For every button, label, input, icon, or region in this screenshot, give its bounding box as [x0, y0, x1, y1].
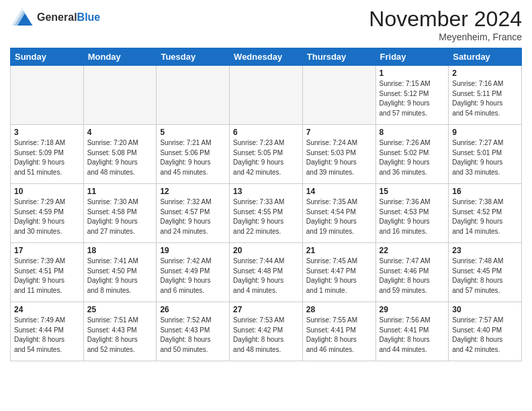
day-number: 20 [233, 246, 299, 255]
day-number: 16 [452, 187, 518, 196]
day-info: Sunrise: 7:20 AM Sunset: 5:08 PM Dayligh… [87, 138, 153, 177]
day-info: Sunrise: 7:38 AM Sunset: 4:52 PM Dayligh… [452, 197, 518, 236]
calendar-cell: 29Sunrise: 7:56 AM Sunset: 4:41 PM Dayli… [375, 302, 449, 361]
day-number: 23 [452, 246, 518, 255]
day-info: Sunrise: 7:56 AM Sunset: 4:41 PM Dayligh… [380, 316, 445, 355]
calendar-cell: 27Sunrise: 7:53 AM Sunset: 4:42 PM Dayli… [230, 302, 303, 361]
day-info: Sunrise: 7:32 AM Sunset: 4:57 PM Dayligh… [160, 197, 226, 236]
day-info: Sunrise: 7:21 AM Sunset: 5:06 PM Dayligh… [160, 138, 226, 177]
logo-icon [10, 7, 34, 28]
weekday-header-thursday: Thursday [302, 48, 375, 66]
day-number: 11 [87, 187, 153, 196]
day-info: Sunrise: 7:41 AM Sunset: 4:50 PM Dayligh… [87, 257, 153, 295]
calendar-cell: 28Sunrise: 7:55 AM Sunset: 4:41 PM Dayli… [302, 302, 375, 361]
week-row-3: 10Sunrise: 7:29 AM Sunset: 4:59 PM Dayli… [11, 184, 522, 243]
calendar: SundayMondayTuesdayWednesdayThursdayFrid… [10, 48, 522, 361]
calendar-cell: 15Sunrise: 7:36 AM Sunset: 4:53 PM Dayli… [375, 184, 449, 243]
calendar-cell: 22Sunrise: 7:47 AM Sunset: 4:46 PM Dayli… [375, 243, 449, 302]
day-info: Sunrise: 7:16 AM Sunset: 5:11 PM Dayligh… [452, 79, 518, 118]
day-info: Sunrise: 7:36 AM Sunset: 4:53 PM Dayligh… [380, 197, 445, 236]
day-number: 19 [160, 246, 226, 255]
day-number: 4 [87, 128, 153, 137]
day-info: Sunrise: 7:29 AM Sunset: 4:59 PM Dayligh… [14, 197, 80, 236]
day-info: Sunrise: 7:39 AM Sunset: 4:51 PM Dayligh… [14, 257, 80, 295]
calendar-cell: 25Sunrise: 7:51 AM Sunset: 4:43 PM Dayli… [83, 302, 157, 361]
calendar-cell: 9Sunrise: 7:27 AM Sunset: 5:01 PM Daylig… [449, 125, 522, 184]
calendar-cell: 23Sunrise: 7:48 AM Sunset: 4:45 PM Dayli… [449, 243, 522, 302]
weekday-header-wednesday: Wednesday [230, 48, 303, 66]
day-info: Sunrise: 7:23 AM Sunset: 5:05 PM Dayligh… [233, 138, 299, 177]
day-number: 27 [233, 305, 299, 314]
day-info: Sunrise: 7:47 AM Sunset: 4:46 PM Dayligh… [380, 257, 445, 295]
calendar-cell: 7Sunrise: 7:24 AM Sunset: 5:03 PM Daylig… [302, 125, 375, 184]
day-info: Sunrise: 7:35 AM Sunset: 4:54 PM Dayligh… [306, 197, 372, 236]
logo: GeneralBlue [10, 7, 100, 28]
day-number: 6 [233, 128, 299, 137]
calendar-cell: 20Sunrise: 7:44 AM Sunset: 4:48 PM Dayli… [230, 243, 303, 302]
day-info: Sunrise: 7:42 AM Sunset: 4:49 PM Dayligh… [160, 257, 226, 295]
day-number: 2 [452, 68, 518, 78]
day-info: Sunrise: 7:55 AM Sunset: 4:41 PM Dayligh… [306, 316, 372, 355]
day-info: Sunrise: 7:48 AM Sunset: 4:45 PM Dayligh… [452, 257, 518, 295]
calendar-cell: 19Sunrise: 7:42 AM Sunset: 4:49 PM Dayli… [157, 243, 230, 302]
day-number: 15 [380, 187, 445, 196]
calendar-cell: 10Sunrise: 7:29 AM Sunset: 4:59 PM Dayli… [11, 184, 84, 243]
day-info: Sunrise: 7:52 AM Sunset: 4:43 PM Dayligh… [160, 316, 226, 355]
day-number: 1 [380, 68, 445, 78]
day-number: 24 [14, 305, 80, 314]
calendar-cell: 6Sunrise: 7:23 AM Sunset: 5:05 PM Daylig… [230, 125, 303, 184]
day-number: 3 [14, 128, 80, 137]
week-row-4: 17Sunrise: 7:39 AM Sunset: 4:51 PM Dayli… [11, 243, 522, 302]
logo-text: GeneralBlue [37, 11, 100, 24]
day-number: 5 [160, 128, 226, 137]
calendar-cell [83, 66, 157, 125]
day-info: Sunrise: 7:44 AM Sunset: 4:48 PM Dayligh… [233, 257, 299, 295]
title-block: November 2024 Meyenheim, France [369, 7, 522, 42]
day-info: Sunrise: 7:27 AM Sunset: 5:01 PM Dayligh… [452, 138, 518, 177]
day-number: 29 [380, 305, 445, 314]
calendar-cell: 4Sunrise: 7:20 AM Sunset: 5:08 PM Daylig… [83, 125, 157, 184]
weekday-header-monday: Monday [83, 48, 157, 66]
day-info: Sunrise: 7:15 AM Sunset: 5:12 PM Dayligh… [380, 79, 445, 118]
day-info: Sunrise: 7:30 AM Sunset: 4:58 PM Dayligh… [87, 197, 153, 236]
weekday-header-row: SundayMondayTuesdayWednesdayThursdayFrid… [11, 48, 522, 66]
month-title: November 2024 [369, 7, 522, 32]
calendar-cell: 2Sunrise: 7:16 AM Sunset: 5:11 PM Daylig… [449, 66, 522, 125]
calendar-cell: 8Sunrise: 7:26 AM Sunset: 5:02 PM Daylig… [375, 125, 449, 184]
day-number: 22 [380, 246, 445, 255]
weekday-header-sunday: Sunday [11, 48, 84, 66]
day-number: 17 [14, 246, 80, 255]
day-number: 26 [160, 305, 226, 314]
day-number: 28 [306, 305, 372, 314]
weekday-header-saturday: Saturday [449, 48, 522, 66]
calendar-cell: 16Sunrise: 7:38 AM Sunset: 4:52 PM Dayli… [449, 184, 522, 243]
day-number: 18 [87, 246, 153, 255]
weekday-header-friday: Friday [375, 48, 449, 66]
page: GeneralBlue November 2024 Meyenheim, Fra… [0, 0, 532, 371]
day-number: 13 [233, 187, 299, 196]
day-number: 7 [306, 128, 372, 137]
day-number: 10 [14, 187, 80, 196]
day-number: 12 [160, 187, 226, 196]
day-info: Sunrise: 7:18 AM Sunset: 5:09 PM Dayligh… [14, 138, 80, 177]
day-info: Sunrise: 7:24 AM Sunset: 5:03 PM Dayligh… [306, 138, 372, 177]
calendar-cell [230, 66, 303, 125]
calendar-cell: 12Sunrise: 7:32 AM Sunset: 4:57 PM Dayli… [157, 184, 230, 243]
day-info: Sunrise: 7:51 AM Sunset: 4:43 PM Dayligh… [87, 316, 153, 355]
weekday-header-tuesday: Tuesday [157, 48, 230, 66]
day-info: Sunrise: 7:26 AM Sunset: 5:02 PM Dayligh… [380, 138, 445, 177]
calendar-cell: 11Sunrise: 7:30 AM Sunset: 4:58 PM Dayli… [83, 184, 157, 243]
day-info: Sunrise: 7:33 AM Sunset: 4:55 PM Dayligh… [233, 197, 299, 236]
day-number: 21 [306, 246, 372, 255]
week-row-1: 1Sunrise: 7:15 AM Sunset: 5:12 PM Daylig… [11, 66, 522, 125]
calendar-cell: 24Sunrise: 7:49 AM Sunset: 4:44 PM Dayli… [11, 302, 84, 361]
day-number: 9 [452, 128, 518, 137]
calendar-cell: 18Sunrise: 7:41 AM Sunset: 4:50 PM Dayli… [83, 243, 157, 302]
calendar-cell [11, 66, 84, 125]
day-info: Sunrise: 7:53 AM Sunset: 4:42 PM Dayligh… [233, 316, 299, 355]
calendar-cell: 26Sunrise: 7:52 AM Sunset: 4:43 PM Dayli… [157, 302, 230, 361]
calendar-cell [302, 66, 375, 125]
week-row-5: 24Sunrise: 7:49 AM Sunset: 4:44 PM Dayli… [11, 302, 522, 361]
calendar-cell: 17Sunrise: 7:39 AM Sunset: 4:51 PM Dayli… [11, 243, 84, 302]
day-info: Sunrise: 7:57 AM Sunset: 4:40 PM Dayligh… [452, 316, 518, 355]
